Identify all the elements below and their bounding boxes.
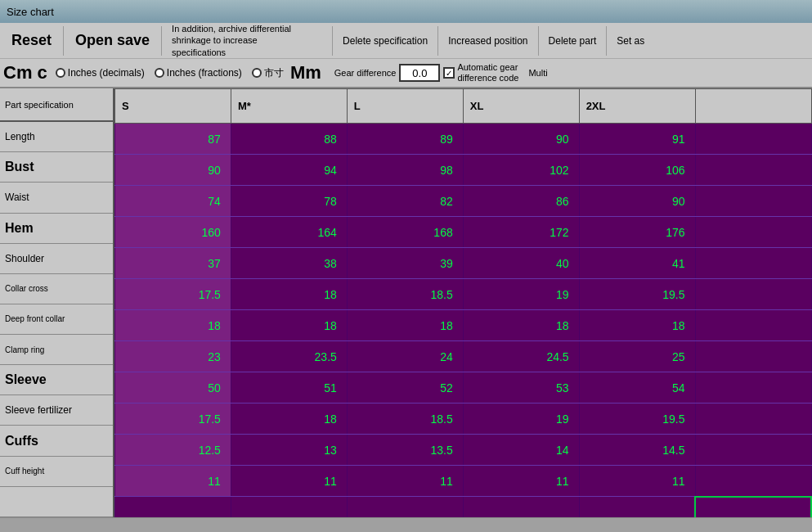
shicun-radio[interactable]: 市寸 [252, 66, 284, 80]
cell-11-0[interactable]: 11 [115, 466, 231, 497]
cell-7-0[interactable]: 23 [115, 341, 231, 372]
cell-4-5[interactable] [695, 248, 811, 279]
cell-0-3[interactable]: 90 [463, 124, 579, 155]
cell-4-1[interactable]: 38 [231, 248, 347, 279]
col-header-4[interactable]: 2XL [579, 89, 695, 124]
reset-button[interactable]: Reset [3, 30, 60, 51]
col-header-3[interactable]: XL [463, 89, 579, 124]
cell-6-3[interactable]: 18 [463, 310, 579, 341]
col-header-0[interactable]: S [115, 89, 231, 124]
cell-2-1[interactable]: 78 [231, 186, 347, 217]
cell-2-4[interactable]: 90 [579, 186, 695, 217]
cell-7-5[interactable] [695, 341, 811, 372]
cell-6-0[interactable]: 18 [115, 310, 231, 341]
status-bar [0, 517, 812, 532]
cell-0-5[interactable] [695, 124, 811, 155]
cell-6-5[interactable] [695, 310, 811, 341]
cell-6-2[interactable]: 18 [347, 310, 463, 341]
cell-11-5[interactable] [695, 466, 811, 497]
col-header-2[interactable]: L [347, 89, 463, 124]
cell-0-1[interactable]: 88 [231, 124, 347, 155]
cell-5-0[interactable]: 17.5 [115, 279, 231, 310]
cell-12-4[interactable] [579, 497, 695, 518]
cell-3-0[interactable]: 160 [115, 217, 231, 248]
cell-10-4[interactable]: 14.5 [579, 435, 695, 466]
cell-3-4[interactable]: 176 [579, 217, 695, 248]
cell-2-0[interactable]: 74 [115, 186, 231, 217]
shicun-label: 市寸 [264, 66, 284, 80]
cell-12-2[interactable] [347, 497, 463, 518]
cell-5-1[interactable]: 18 [231, 279, 347, 310]
cell-10-5[interactable] [695, 435, 811, 466]
cell-11-3[interactable]: 11 [463, 466, 579, 497]
auto-gear-checkbox[interactable]: ✓ [443, 67, 455, 79]
cell-9-0[interactable]: 17.5 [115, 404, 231, 435]
cell-1-4[interactable]: 106 [579, 155, 695, 186]
cell-0-0[interactable]: 87 [115, 124, 231, 155]
cell-7-3[interactable]: 24.5 [463, 341, 579, 372]
cell-12-3[interactable] [463, 497, 579, 518]
grid-container[interactable]: SM*LXL2XL 878889909190949810210674788286… [114, 88, 812, 517]
delete-part-button[interactable]: Delete part [542, 34, 603, 48]
cell-8-2[interactable]: 52 [347, 372, 463, 404]
cell-9-3[interactable]: 19 [463, 404, 579, 435]
open-save-button[interactable]: Open save [67, 30, 158, 51]
cell-3-1[interactable]: 164 [231, 217, 347, 248]
increased-pos-button[interactable]: Increased position [442, 34, 534, 48]
cell-3-2[interactable]: 168 [347, 217, 463, 248]
cell-0-2[interactable]: 89 [347, 124, 463, 155]
cell-0-4[interactable]: 91 [579, 124, 695, 155]
inches-dec-radio[interactable]: Inches (decimals) [56, 67, 145, 79]
col-header-1[interactable]: M* [231, 89, 347, 124]
cell-12-1[interactable] [231, 497, 347, 518]
multi-button[interactable]: Multi [522, 66, 554, 79]
cell-6-4[interactable]: 18 [579, 310, 695, 341]
cell-5-3[interactable]: 19 [463, 279, 579, 310]
unit-radio-group: Inches (decimals) Inches (fractions) 市寸 [56, 66, 284, 80]
cell-1-2[interactable]: 98 [347, 155, 463, 186]
cell-5-2[interactable]: 18.5 [347, 279, 463, 310]
cell-1-3[interactable]: 102 [463, 155, 579, 186]
cell-8-0[interactable]: 50 [115, 372, 231, 404]
cell-6-1[interactable]: 18 [231, 310, 347, 341]
cell-9-2[interactable]: 18.5 [347, 404, 463, 435]
cell-10-3[interactable]: 14 [463, 435, 579, 466]
cell-8-5[interactable] [695, 372, 811, 404]
cell-10-1[interactable]: 13 [231, 435, 347, 466]
cell-7-1[interactable]: 23.5 [231, 341, 347, 372]
cell-1-5[interactable] [695, 155, 811, 186]
cell-11-1[interactable]: 11 [231, 466, 347, 497]
cell-5-4[interactable]: 19.5 [579, 279, 695, 310]
cell-2-5[interactable] [695, 186, 811, 217]
cell-2-3[interactable]: 86 [463, 186, 579, 217]
cell-7-2[interactable]: 24 [347, 341, 463, 372]
col-header-5[interactable] [695, 89, 811, 124]
cell-12-5[interactable] [695, 497, 811, 518]
cell-9-5[interactable] [695, 404, 811, 435]
cell-12-0[interactable] [115, 497, 231, 518]
cell-11-4[interactable]: 11 [579, 466, 695, 497]
cell-10-2[interactable]: 13.5 [347, 435, 463, 466]
cell-2-2[interactable]: 82 [347, 186, 463, 217]
cell-10-0[interactable]: 12.5 [115, 435, 231, 466]
inches-frac-radio[interactable]: Inches (fractions) [155, 67, 242, 79]
cell-3-3[interactable]: 172 [463, 217, 579, 248]
cell-9-4[interactable]: 19.5 [579, 404, 695, 435]
cell-4-3[interactable]: 40 [463, 248, 579, 279]
cell-7-4[interactable]: 25 [579, 341, 695, 372]
set-as-button[interactable]: Set as [610, 34, 651, 48]
cell-5-5[interactable] [695, 279, 811, 310]
cell-4-0[interactable]: 37 [115, 248, 231, 279]
delete-spec-button[interactable]: Delete specification [336, 34, 434, 48]
gear-value-input[interactable] [399, 64, 440, 82]
cell-1-0[interactable]: 90 [115, 155, 231, 186]
cell-4-2[interactable]: 39 [347, 248, 463, 279]
cell-1-1[interactable]: 94 [231, 155, 347, 186]
cell-11-2[interactable]: 11 [347, 466, 463, 497]
cell-9-1[interactable]: 18 [231, 404, 347, 435]
cell-8-3[interactable]: 53 [463, 372, 579, 404]
cell-8-4[interactable]: 54 [579, 372, 695, 404]
cell-4-4[interactable]: 41 [579, 248, 695, 279]
cell-3-5[interactable] [695, 217, 811, 248]
cell-8-1[interactable]: 51 [231, 372, 347, 404]
